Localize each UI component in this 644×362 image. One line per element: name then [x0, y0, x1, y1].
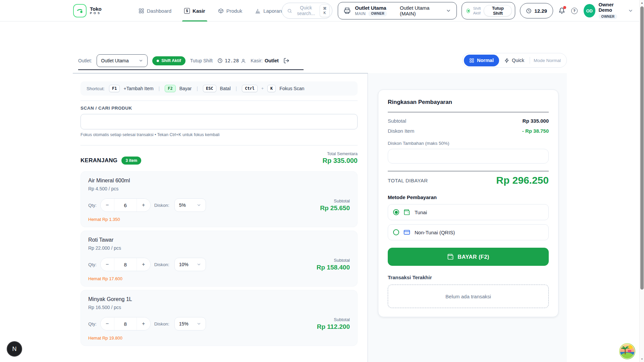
outlet-bar: Outlet: Outlet Utama Shift Aktif Tutup S… [78, 54, 289, 67]
outlet-bar-label: Outlet: [78, 58, 92, 63]
toko-pos-logo-icon [73, 4, 87, 17]
cart-count-badge: 3 item [121, 157, 141, 165]
island-widget-icon[interactable] [619, 343, 636, 360]
item-discount-value: - Rp 38.750 [522, 128, 549, 134]
scan-input[interactable] [80, 114, 358, 129]
payment-summary-card: Ringkasan Pembayaran Subtotal Rp 335.000… [378, 89, 558, 317]
qty-decrease-button[interactable]: − [101, 317, 114, 330]
item-price: Rp 22.000 / pcs [88, 245, 350, 251]
user-role-badge: OWNER [599, 14, 618, 19]
qty-increase-button[interactable]: + [137, 317, 150, 330]
qty-decrease-button[interactable]: − [101, 258, 114, 271]
nav-label-produk: Produk [226, 8, 243, 14]
quantity-stepper: − + [100, 198, 151, 212]
tutup-shift-link[interactable]: Tutup Shift [190, 58, 213, 63]
last-transaction-empty: Belum ada transaksi [388, 285, 549, 308]
mode-quick-button[interactable]: Quick [499, 58, 530, 63]
cart-item: Air Mineral 600ml Rp 4.500 / pcs Qty: − … [80, 171, 358, 227]
scroll-down-icon[interactable]: ▼ [640, 358, 644, 361]
quick-search-label: Quick search... [295, 5, 317, 17]
extra-discount-label: Diskon Tambahan (maks 50%) [388, 141, 549, 146]
nav-label-kasir: Kasir [193, 8, 205, 14]
shift-widget: ShiftAktif Tutup Shift [462, 2, 516, 19]
chevron-down-icon [197, 262, 201, 267]
outlet-role-badge: OWNER [368, 11, 387, 16]
item-subtotal: Rp 25.650 [210, 204, 350, 212]
printer-icon [343, 7, 351, 14]
nav-label-laporan: Laporan [263, 8, 282, 14]
extra-discount-input[interactable] [388, 149, 549, 164]
scrollbar-thumb[interactable] [640, 6, 644, 290]
qty-input[interactable] [114, 317, 137, 330]
pay-button[interactable]: BAYAR (F2) [388, 248, 549, 266]
outlet-switcher[interactable]: Outlet Utama MAIN OWNER Outlet Utama (MA… [338, 2, 457, 19]
logout-button[interactable] [283, 58, 289, 64]
payment-method-qris[interactable]: Non-Tunai (QRIS) [388, 224, 549, 240]
item-savings: Hemat Rp 17.600 [88, 276, 350, 281]
nav-label-dashboard: Dashboard [147, 8, 171, 14]
mode-status-text: Mode Normal [530, 58, 565, 63]
kbd-esc: ESC [203, 85, 216, 92]
brand-logo[interactable]: Toko POS [73, 4, 102, 17]
qty-increase-button[interactable]: + [137, 199, 150, 212]
cart-total-value: Rp 335.000 [322, 157, 358, 165]
item-subtotal: Rp 158.400 [210, 264, 350, 271]
nav-tab-produk[interactable]: Produk [218, 0, 243, 21]
scroll-up-icon[interactable]: ▲ [640, 1, 644, 4]
outlet-select-dropdown[interactable]: Outlet Utama (MAIN) [400, 5, 451, 16]
shortcut-bar: Shortcut: F1 +Tambah Item | F2 Bayar | E… [80, 81, 358, 96]
total-label: TOTAL DIBAYAR [388, 178, 428, 183]
kbd-f1: F1 [109, 85, 120, 92]
cart-header: KERANJANG 3 item Total Sementara Rp 335.… [80, 152, 358, 165]
quantity-stepper: − + [100, 258, 151, 271]
shift-active-dot-icon [467, 9, 470, 13]
shift-status-label: ShiftAktif [473, 6, 481, 16]
outlet-name: Outlet Utama [355, 5, 387, 11]
dev-tools-badge[interactable]: N [7, 341, 22, 357]
discount-select[interactable]: 5% [174, 198, 206, 212]
discount-select[interactable]: 10% [174, 258, 206, 271]
kbd-f2: F2 [165, 85, 175, 92]
notifications-button[interactable] [558, 7, 565, 14]
summary-title: Ringkasan Pembayaran [388, 99, 549, 106]
clock-time: 12.29 [534, 8, 547, 14]
item-subtotal: Rp 112.200 [210, 323, 350, 330]
item-price: Rp 16.500 / pcs [88, 305, 350, 310]
chevron-down-icon [446, 8, 451, 13]
discount-select[interactable]: 15% [174, 317, 206, 330]
item-savings: Hemat Rp 1.350 [88, 217, 350, 222]
tutup-shift-button[interactable]: Tutup Shift [484, 5, 512, 16]
clock-widget[interactable]: 12.29 [520, 3, 553, 18]
top-navbar: Toko POS Dashboard $ Kasir [0, 0, 639, 21]
lightning-icon [504, 58, 509, 63]
user-icon [241, 58, 246, 63]
cash-register-icon: $ [184, 8, 190, 14]
qty-decrease-button[interactable]: − [101, 199, 114, 212]
avatar: OD [584, 4, 595, 17]
outlet-bar-select[interactable]: Outlet Utama [97, 54, 148, 67]
payment-method-cash[interactable]: Tunai [388, 204, 549, 220]
scrollbar[interactable]: ▲ ▼ [639, 0, 644, 362]
qty-input[interactable] [114, 258, 137, 271]
chevron-down-icon [197, 321, 201, 326]
qty-increase-button[interactable]: + [137, 258, 150, 271]
payment-method-title: Metode Pembayaran [388, 194, 549, 200]
brand-subname: POS [90, 12, 102, 15]
shift-active-badge: Shift Aktif [152, 56, 185, 65]
nav-tab-kasir[interactable]: $ Kasir [184, 0, 205, 21]
chevron-down-icon [628, 8, 633, 13]
quick-search-button[interactable]: Quick search... ⌘K [282, 3, 332, 19]
main-nav: Dashboard $ Kasir Produk [139, 0, 282, 21]
nav-tab-dashboard[interactable]: Dashboard [139, 0, 171, 21]
help-icon: ? [571, 8, 578, 14]
nav-tab-laporan[interactable]: Laporan [255, 0, 282, 21]
cart-item: Minyak Goreng 1L Rp 16.500 / pcs Qty: − … [80, 290, 358, 346]
qty-input[interactable] [114, 199, 137, 212]
cashier-column: Shortcut: F1 +Tambah Item | F2 Bayar | E… [73, 73, 368, 362]
radio-selected-icon [393, 209, 399, 215]
subtotal-value: Rp 335.000 [523, 118, 549, 124]
mode-normal-button[interactable]: Normal [464, 55, 499, 66]
user-menu[interactable]: OD Owner Demo OWNER [584, 2, 633, 19]
help-button[interactable]: ? [571, 8, 578, 14]
shift-time: 12.28 [217, 58, 246, 63]
